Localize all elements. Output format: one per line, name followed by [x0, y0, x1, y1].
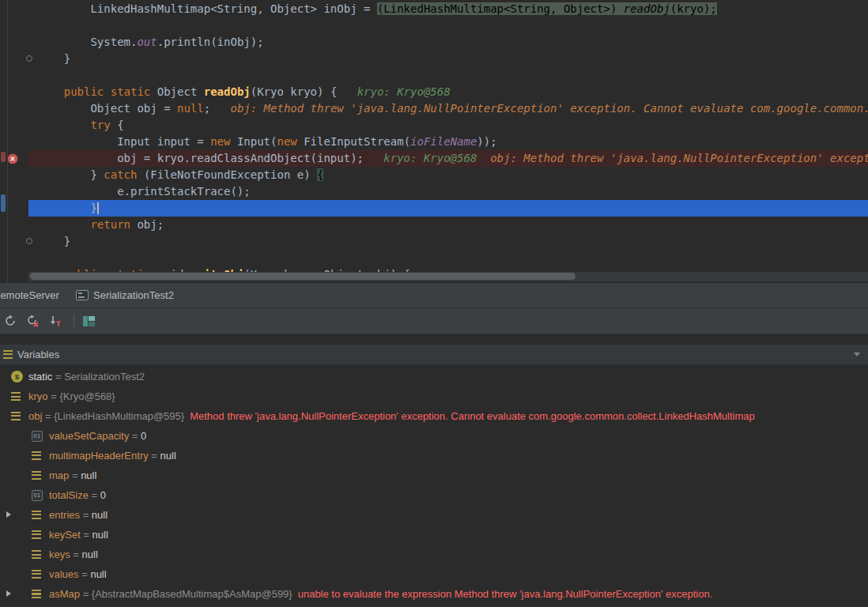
variable-name: static — [28, 371, 52, 383]
equals-sign: = — [149, 450, 160, 462]
equals-sign: = — [52, 371, 64, 383]
code-line-6[interactable]: public static Object readObj(Kryo kryo) … — [0, 84, 868, 100]
tab-label: RemoteServer — [0, 289, 59, 301]
code-segment: { — [317, 168, 323, 181]
code-segment: (FileNotFoundException e) — [137, 168, 317, 181]
code-line-15[interactable]: } — [0, 233, 868, 250]
expand-toggle-icon[interactable] — [6, 590, 11, 597]
variable-error-message: unable to evaluate the expression Method… — [292, 588, 713, 600]
breakpoint-icon[interactable] — [7, 153, 18, 164]
stripe-mark-blue — [1, 194, 6, 212]
variable-row-obj[interactable]: obj = {LinkedHashMultimap@595}Method thr… — [0, 406, 868, 426]
panel-menu-icon[interactable] — [854, 353, 860, 356]
code-segment — [477, 152, 490, 164]
field-icon — [32, 471, 41, 481]
primitive-icon: 01 — [32, 490, 43, 501]
variable-row-map[interactable]: map = null — [0, 466, 868, 485]
code-line-9[interactable]: Input input = new Input(new FileInputStr… — [0, 134, 868, 150]
field-icon — [32, 451, 41, 461]
code-segment — [337, 85, 357, 98]
variable-text: valueSetCapacity = 0 — [49, 426, 146, 446]
code-text: LinkedHashMultimap<String, Object> inObj… — [37, 1, 717, 17]
console-icon-detail — [78, 292, 82, 294]
fold-marker-icon[interactable] — [26, 238, 32, 244]
code-line-13[interactable]: } — [0, 200, 868, 217]
variable-row-entries[interactable]: entries = null — [0, 505, 868, 525]
code-segment: obj = kryo.readClassAndObject(input); — [37, 152, 364, 164]
variable-text: totalSize = 0 — [49, 485, 106, 505]
restore-layout-icon[interactable] — [82, 315, 95, 327]
code-segment: ; — [204, 102, 210, 115]
equals-sign: = — [81, 529, 92, 541]
variable-name: valueSetCapacity — [49, 430, 129, 442]
code-segment: (Kryo kryo) { — [251, 85, 338, 98]
variables-title: Variables — [17, 345, 59, 364]
variable-row-kryo[interactable]: kryo = {Kryo@568} — [0, 386, 868, 406]
code-segment: new — [210, 135, 230, 148]
code-line-14[interactable]: return obj; — [0, 217, 868, 233]
code-line-16[interactable] — [0, 250, 868, 266]
code-segment: LinkedHashMultimap<String, Object> inObj… — [37, 2, 377, 15]
code-text: e.printStackTrace(); — [37, 183, 251, 200]
variable-row-static[interactable]: sstatic = SerializationTest2 — [0, 367, 868, 386]
code-text: } — [37, 200, 99, 217]
variable-row-values[interactable]: values = null — [0, 564, 868, 584]
code-line-3[interactable]: System.out.println(inObj); — [0, 34, 868, 51]
code-line-5[interactable] — [0, 67, 868, 84]
code-line-1[interactable]: LinkedHashMultimap<String, Object> inObj… — [0, 1, 868, 17]
variable-text: values = null — [49, 564, 107, 584]
variable-name: multimapHeaderEntry — [49, 450, 149, 462]
variable-value: 0 — [141, 430, 146, 442]
variable-value: null — [81, 469, 96, 481]
variable-value: null — [92, 509, 108, 521]
variable-row-keySet[interactable]: keySet = null — [0, 525, 868, 545]
code-text: obj = kryo.readClassAndObject(input); kr… — [37, 150, 868, 167]
code-editor[interactable]: LinkedHashMultimap<String, Object> inObj… — [0, 0, 868, 283]
code-line-7[interactable]: Object obj = null; obj: Method threw 'ja… — [0, 100, 868, 117]
code-text: } — [37, 233, 70, 250]
variable-text: entries = null — [49, 505, 108, 525]
equals-sign: = — [69, 469, 81, 481]
variable-row-keys[interactable]: keys = null — [0, 545, 868, 564]
variable-row-totalSize[interactable]: 01totalSize = 0 — [0, 485, 868, 505]
variable-row-valueSetCapacity[interactable]: 01valueSetCapacity = 0 — [0, 426, 868, 446]
equals-sign: = — [80, 588, 92, 600]
stripe-mark-red — [1, 152, 6, 162]
equals-sign: = — [42, 410, 54, 422]
variable-row-multimapHeaderEntry[interactable]: multimapHeaderEntry = null — [0, 446, 868, 466]
code-text: try { — [37, 117, 124, 134]
variable-name: map — [49, 469, 69, 481]
code-line-2[interactable] — [0, 17, 868, 34]
type-filter-icon[interactable] — [48, 315, 61, 327]
horizontal-scrollbar[interactable] — [28, 272, 868, 281]
tab-serializationtest2[interactable]: SerializationTest2 — [76, 283, 174, 307]
variable-error-message: Method threw 'java.lang.NullPointerExcep… — [184, 410, 755, 422]
rerun-failed-icon[interactable] — [26, 315, 39, 327]
code-line-8[interactable]: try { — [0, 117, 868, 134]
code-segment: ioFileName — [410, 135, 477, 148]
code-text: } catch (FileNotFoundException e) { — [37, 167, 323, 183]
code-line-11[interactable]: } catch (FileNotFoundException e) { — [0, 167, 868, 183]
variable-text: keySet = null — [49, 525, 108, 545]
variable-value: null — [90, 568, 106, 580]
debug-tab-bar: RemoteServer SerializationTest2 — [0, 283, 868, 308]
variable-row-asMap[interactable]: asMap = {AbstractMapBasedMultimap$AsMap@… — [0, 584, 868, 604]
code-line-4[interactable]: } — [0, 51, 868, 67]
code-line-12[interactable]: e.printStackTrace(); — [0, 183, 868, 200]
rerun-icon[interactable] — [4, 315, 17, 327]
code-line-10[interactable]: obj = kryo.readClassAndObject(input); kr… — [0, 150, 868, 167]
tab-remoteserver[interactable]: RemoteServer — [0, 283, 59, 307]
ide-window: LinkedHashMultimap<String, Object> inObj… — [0, 0, 868, 607]
expand-toggle-icon[interactable] — [6, 511, 11, 518]
code-text: public static Object readObj(Kryo kryo) … — [37, 84, 451, 100]
variable-name: kryo — [28, 390, 48, 402]
variable-value: 0 — [100, 489, 106, 501]
equals-sign: = — [70, 549, 82, 560]
scrollbar-thumb[interactable] — [30, 273, 576, 280]
code-segment: (LinkedHashMultimap<String, Object>) — [377, 2, 624, 15]
fold-marker-icon[interactable] — [26, 55, 32, 62]
code-segment: new — [277, 135, 296, 148]
variable-text: kryo = {Kryo@568} — [28, 386, 115, 406]
equals-sign: = — [48, 390, 60, 402]
code-segment: obj: Method threw 'java.lang.NullPointer… — [490, 152, 868, 164]
